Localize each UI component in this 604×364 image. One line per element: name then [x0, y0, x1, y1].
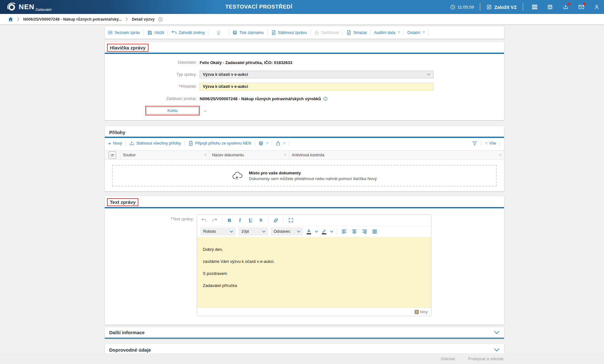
- section-title-doprovodne-udaje: Doprovodné údaje: [109, 347, 151, 353]
- strikethrough-button[interactable]: S: [257, 217, 265, 224]
- divider: [481, 141, 481, 146]
- breadcrumb-current: Detail výzvy: [132, 17, 155, 22]
- divider: [523, 3, 523, 11]
- printer-icon: [258, 141, 263, 146]
- nen-logo[interactable]: NEN Zadavatel: [7, 2, 51, 12]
- recipients-button[interactable]: Komu: [147, 107, 198, 114]
- unlock-icon: [314, 30, 319, 35]
- discard-changes-button[interactable]: Zahodit změny: [171, 30, 205, 35]
- message-type-select[interactable]: Výzva k účasti v e-aukci: [200, 71, 434, 78]
- align-right-button[interactable]: [361, 228, 368, 235]
- cloud-upload-icon: [232, 171, 244, 180]
- divider: [229, 30, 229, 35]
- form-row-message-text: *Text zprávy: B I U S: [105, 214, 504, 325]
- column-header-nazev[interactable]: Název dokumentu▽: [209, 151, 289, 159]
- download-all-attachments-button[interactable]: Stáhnout všechny přílohy: [129, 141, 181, 146]
- link-button[interactable]: [272, 217, 280, 224]
- info-icon[interactable]: [323, 96, 328, 101]
- chevron-down-icon[interactable]: [494, 331, 500, 334]
- subject-input[interactable]: Výzva k účasti v e-aukci: [200, 83, 434, 90]
- profile-button[interactable]: [594, 4, 600, 10]
- menu-button[interactable]: [531, 4, 538, 10]
- column-filter-icon[interactable]: ▽: [284, 153, 286, 157]
- show-all-button[interactable]: ▽ Vše: [484, 141, 497, 146]
- column-header-soubor[interactable]: Soubor▽: [120, 151, 209, 159]
- print-record-button[interactable]: Tisk záznamu: [232, 30, 264, 35]
- download-message-button[interactable]: Stáhnout zprávu: [270, 30, 308, 35]
- column-filter-icon[interactable]: ▽: [204, 153, 207, 157]
- breadcrumb: N006/25/V00007248 - Nákup různých potrav…: [0, 14, 604, 24]
- align-justify-button[interactable]: [371, 228, 378, 235]
- other-actions-button[interactable]: Ostatní▽: [407, 30, 425, 35]
- close-tab-icon[interactable]: [158, 17, 163, 22]
- section-dalsi-informace[interactable]: Další informace: [105, 327, 504, 339]
- column-filter-icon[interactable]: ▽: [499, 153, 501, 157]
- editor-content[interactable]: Dobrý den, zasíláme Vám výzvu k účasti v…: [197, 237, 431, 308]
- message-list-button[interactable]: Seznam zpráv: [107, 30, 141, 35]
- signature-seal-button[interactable]: [211, 30, 226, 35]
- richtext-editor: B I U S: [197, 214, 431, 316]
- section-title-prilohy: Přílohy: [107, 129, 128, 136]
- italic-button[interactable]: I: [236, 217, 244, 224]
- clock-icon: [450, 4, 455, 10]
- column-settings-button[interactable]: [105, 151, 120, 159]
- font-family-select[interactable]: Roboto: [200, 227, 236, 236]
- redo-button[interactable]: [211, 217, 218, 224]
- chevron-down-icon[interactable]: [494, 348, 500, 352]
- brand-role: Zadavatel: [35, 8, 51, 11]
- bold-button[interactable]: B: [226, 217, 233, 224]
- divider: [403, 30, 404, 35]
- text-color-button[interactable]: A: [306, 229, 312, 234]
- block-format-select[interactable]: Odstavec: [271, 227, 303, 236]
- action-footer: Odeslat Podepsat a odeslat: [0, 353, 604, 364]
- section-title-dalsi-informace: Další informace: [109, 330, 145, 335]
- sign-and-send-button[interactable]: Podepsat a odeslat: [468, 356, 503, 361]
- chevron-right-icon: [125, 17, 128, 21]
- print-attachments-button[interactable]: ▽: [258, 141, 269, 146]
- create-vz-label: Založit VZ: [494, 4, 517, 10]
- send-button[interactable]: Odeslat: [441, 356, 455, 361]
- highlight-color-button[interactable]: [321, 229, 327, 234]
- breadcrumb-process[interactable]: N006/25/V00007248 - Nákup různých potrav…: [23, 17, 122, 22]
- attach-from-nen-button[interactable]: Připojit přílohu ze systému NEN: [188, 141, 252, 146]
- undo-button[interactable]: [200, 217, 208, 224]
- fullscreen-button[interactable]: [287, 217, 295, 224]
- required-mark: *: [179, 84, 180, 89]
- export-attachments-button[interactable]: ▽: [275, 141, 286, 146]
- document-attach-icon: [188, 141, 193, 146]
- attachments-dropzone[interactable]: Místo pro vaše dokumenty Dokumenty sem m…: [112, 165, 497, 186]
- column-settings-icon: [109, 151, 116, 159]
- form-row-procedure: Zadávací postup: N006/25/V00007248 - Nák…: [105, 93, 504, 105]
- text-color-menu-button[interactable]: [315, 228, 318, 235]
- divider: [342, 30, 343, 35]
- underline-button[interactable]: U: [247, 217, 254, 224]
- chevron-down-icon: [427, 73, 430, 76]
- message-text-label: *Text zprávy:: [105, 214, 197, 316]
- audit-data-button[interactable]: Auditní data▽: [374, 30, 401, 35]
- decrypt-button[interactable]: Dešifrovat: [314, 30, 340, 35]
- messages-badge: [583, 3, 586, 5]
- highlight-color-menu-button[interactable]: [330, 228, 334, 235]
- mail-icon: [578, 4, 584, 10]
- form-row-sender: Odesílatel: Felix Okátý - Zadavatel přír…: [105, 56, 504, 68]
- required-mark: *: [171, 217, 172, 221]
- sender-value: Felix Okátý - Zadavatel příručka, IČO: 0…: [200, 60, 292, 65]
- home-icon[interactable]: [8, 17, 13, 22]
- downloads-button[interactable]: [562, 4, 569, 10]
- calendar-button[interactable]: [547, 4, 553, 10]
- tinymce-brand-link[interactable]: ⚡ tiny: [415, 309, 428, 314]
- section-attachments: Přílohy + Nový Stáhnout všechny přílohy: [105, 126, 504, 191]
- attachments-toolbar: + Nový Stáhnout všechny přílohy Připojit…: [105, 139, 504, 148]
- column-header-antivir[interactable]: Antivirová kontrola▽: [289, 151, 504, 159]
- save-button[interactable]: Uložit: [147, 30, 165, 35]
- create-vz-button[interactable]: Založit VZ: [486, 4, 517, 10]
- font-size-select[interactable]: 10pt: [238, 227, 268, 236]
- filter-button[interactable]: [471, 141, 478, 146]
- align-center-button[interactable]: [350, 228, 358, 235]
- messages-button[interactable]: [578, 4, 584, 10]
- content-area: Seznam zpráv Uložit Zahodit změny: [105, 24, 504, 356]
- environment-banner: TESTOVACÍ PROSTŘEDÍ: [225, 0, 292, 14]
- align-left-button[interactable]: [340, 228, 348, 235]
- new-attachment-button[interactable]: + Nový: [107, 141, 123, 146]
- delete-button[interactable]: Smazat: [346, 30, 367, 35]
